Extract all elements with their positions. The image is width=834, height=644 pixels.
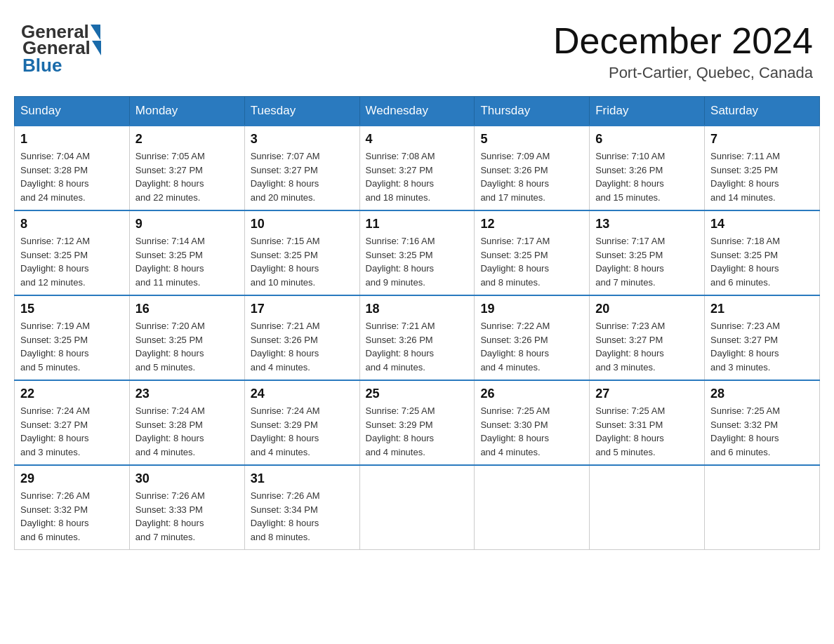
day-info: Sunrise: 7:14 AMSunset: 3:25 PMDaylight:… xyxy=(135,234,239,289)
day-number: 8 xyxy=(20,217,124,232)
day-number: 6 xyxy=(595,132,699,147)
col-thursday: Thursday xyxy=(475,97,590,126)
table-row: 29Sunrise: 7:26 AMSunset: 3:32 PMDayligh… xyxy=(15,465,130,550)
day-info: Sunrise: 7:09 AMSunset: 3:26 PMDaylight:… xyxy=(480,149,583,204)
day-number: 21 xyxy=(710,302,814,316)
day-number: 24 xyxy=(251,387,354,401)
day-number: 14 xyxy=(710,217,814,232)
day-info: Sunrise: 7:23 AMSunset: 3:27 PMDaylight:… xyxy=(595,319,699,374)
table-row: 31Sunrise: 7:26 AMSunset: 3:34 PMDayligh… xyxy=(244,465,359,550)
day-info: Sunrise: 7:21 AMSunset: 3:26 PMDaylight:… xyxy=(251,319,354,374)
col-sunday: Sunday xyxy=(15,97,130,126)
day-number: 25 xyxy=(366,387,469,401)
table-row xyxy=(359,465,475,550)
table-row: 8Sunrise: 7:12 AMSunset: 3:25 PMDaylight… xyxy=(15,210,130,295)
day-info: Sunrise: 7:08 AMSunset: 3:27 PMDaylight:… xyxy=(366,149,469,204)
day-number: 17 xyxy=(251,302,354,316)
day-number: 28 xyxy=(710,387,814,401)
day-info: Sunrise: 7:24 AMSunset: 3:29 PMDaylight:… xyxy=(251,404,354,459)
calendar-week-row: 29Sunrise: 7:26 AMSunset: 3:32 PMDayligh… xyxy=(15,465,820,550)
day-number: 26 xyxy=(480,387,583,401)
day-number: 12 xyxy=(480,217,583,232)
table-row: 24Sunrise: 7:24 AMSunset: 3:29 PMDayligh… xyxy=(244,380,359,465)
table-row: 16Sunrise: 7:20 AMSunset: 3:25 PMDayligh… xyxy=(129,295,244,380)
day-info: Sunrise: 7:25 AMSunset: 3:29 PMDaylight:… xyxy=(366,404,469,459)
day-info: Sunrise: 7:05 AMSunset: 3:27 PMDaylight:… xyxy=(135,149,239,204)
table-row: 25Sunrise: 7:25 AMSunset: 3:29 PMDayligh… xyxy=(359,380,475,465)
calendar-week-row: 8Sunrise: 7:12 AMSunset: 3:25 PMDaylight… xyxy=(15,210,820,295)
day-info: Sunrise: 7:25 AMSunset: 3:30 PMDaylight:… xyxy=(480,404,583,459)
table-row: 18Sunrise: 7:21 AMSunset: 3:26 PMDayligh… xyxy=(359,295,475,380)
table-row: 6Sunrise: 7:10 AMSunset: 3:26 PMDaylight… xyxy=(590,126,705,210)
calendar-week-row: 1Sunrise: 7:04 AMSunset: 3:28 PMDaylight… xyxy=(15,126,820,210)
table-row xyxy=(705,465,820,550)
table-row: 2Sunrise: 7:05 AMSunset: 3:27 PMDaylight… xyxy=(129,126,244,210)
day-number: 23 xyxy=(135,387,239,401)
table-row: 27Sunrise: 7:25 AMSunset: 3:31 PMDayligh… xyxy=(590,380,705,465)
day-number: 20 xyxy=(595,302,699,316)
table-row: 23Sunrise: 7:24 AMSunset: 3:28 PMDayligh… xyxy=(129,380,244,465)
table-row: 12Sunrise: 7:17 AMSunset: 3:25 PMDayligh… xyxy=(475,210,590,295)
calendar-week-row: 15Sunrise: 7:19 AMSunset: 3:25 PMDayligh… xyxy=(15,295,820,380)
table-row: 11Sunrise: 7:16 AMSunset: 3:25 PMDayligh… xyxy=(359,210,475,295)
day-info: Sunrise: 7:04 AMSunset: 3:28 PMDaylight:… xyxy=(20,149,124,204)
table-row: 13Sunrise: 7:17 AMSunset: 3:25 PMDayligh… xyxy=(590,210,705,295)
col-tuesday: Tuesday xyxy=(244,97,359,126)
calendar-header-row: Sunday Monday Tuesday Wednesday Thursday… xyxy=(15,97,820,126)
table-row: 7Sunrise: 7:11 AMSunset: 3:25 PMDaylight… xyxy=(705,126,820,210)
table-row: 19Sunrise: 7:22 AMSunset: 3:26 PMDayligh… xyxy=(475,295,590,380)
day-info: Sunrise: 7:25 AMSunset: 3:32 PMDaylight:… xyxy=(710,404,814,459)
logo-blue-text: Blue xyxy=(22,55,62,76)
day-info: Sunrise: 7:26 AMSunset: 3:33 PMDaylight:… xyxy=(135,489,239,544)
table-row: 5Sunrise: 7:09 AMSunset: 3:26 PMDaylight… xyxy=(475,126,590,210)
day-number: 11 xyxy=(366,217,469,232)
table-row: 4Sunrise: 7:08 AMSunset: 3:27 PMDaylight… xyxy=(359,126,475,210)
table-row: 17Sunrise: 7:21 AMSunset: 3:26 PMDayligh… xyxy=(244,295,359,380)
day-number: 16 xyxy=(135,302,239,316)
table-row: 28Sunrise: 7:25 AMSunset: 3:32 PMDayligh… xyxy=(705,380,820,465)
day-info: Sunrise: 7:12 AMSunset: 3:25 PMDaylight:… xyxy=(20,234,124,289)
day-info: Sunrise: 7:07 AMSunset: 3:27 PMDaylight:… xyxy=(251,149,354,204)
location-title: Port-Cartier, Quebec, Canada xyxy=(553,64,813,82)
day-number: 31 xyxy=(251,471,354,486)
day-info: Sunrise: 7:23 AMSunset: 3:27 PMDaylight:… xyxy=(710,319,814,374)
table-row: 1Sunrise: 7:04 AMSunset: 3:28 PMDaylight… xyxy=(15,126,130,210)
table-row: 30Sunrise: 7:26 AMSunset: 3:33 PMDayligh… xyxy=(129,465,244,550)
col-saturday: Saturday xyxy=(705,97,820,126)
day-number: 19 xyxy=(480,302,583,316)
day-number: 10 xyxy=(251,217,354,232)
table-row: 10Sunrise: 7:15 AMSunset: 3:25 PMDayligh… xyxy=(244,210,359,295)
col-friday: Friday xyxy=(590,97,705,126)
day-number: 13 xyxy=(595,217,699,232)
day-info: Sunrise: 7:24 AMSunset: 3:28 PMDaylight:… xyxy=(135,404,239,459)
table-row xyxy=(590,465,705,550)
table-row: 22Sunrise: 7:24 AMSunset: 3:27 PMDayligh… xyxy=(15,380,130,465)
day-info: Sunrise: 7:22 AMSunset: 3:26 PMDaylight:… xyxy=(480,319,583,374)
day-info: Sunrise: 7:10 AMSunset: 3:26 PMDaylight:… xyxy=(595,149,699,204)
day-number: 22 xyxy=(20,387,124,401)
day-number: 5 xyxy=(480,132,583,147)
day-number: 2 xyxy=(135,132,239,147)
table-row: 9Sunrise: 7:14 AMSunset: 3:25 PMDaylight… xyxy=(129,210,244,295)
title-section: December 2024 Port-Cartier, Quebec, Cana… xyxy=(553,21,813,82)
table-row: 21Sunrise: 7:23 AMSunset: 3:27 PMDayligh… xyxy=(705,295,820,380)
table-row: 3Sunrise: 7:07 AMSunset: 3:27 PMDaylight… xyxy=(244,126,359,210)
logo: General General Blue xyxy=(21,21,102,76)
day-number: 18 xyxy=(366,302,469,316)
day-info: Sunrise: 7:20 AMSunset: 3:25 PMDaylight:… xyxy=(135,319,239,374)
col-monday: Monday xyxy=(129,97,244,126)
logo-triangle-icon xyxy=(92,41,101,55)
calendar-table: Sunday Monday Tuesday Wednesday Thursday… xyxy=(14,96,820,550)
table-row: 14Sunrise: 7:18 AMSunset: 3:25 PMDayligh… xyxy=(705,210,820,295)
day-number: 3 xyxy=(251,132,354,147)
day-number: 7 xyxy=(710,132,814,147)
page-header: General General Blue December 2024 Port-… xyxy=(14,14,820,82)
day-info: Sunrise: 7:17 AMSunset: 3:25 PMDaylight:… xyxy=(480,234,583,289)
col-wednesday: Wednesday xyxy=(359,97,475,126)
day-number: 29 xyxy=(20,471,124,486)
day-number: 9 xyxy=(135,217,239,232)
day-info: Sunrise: 7:17 AMSunset: 3:25 PMDaylight:… xyxy=(595,234,699,289)
table-row: 20Sunrise: 7:23 AMSunset: 3:27 PMDayligh… xyxy=(590,295,705,380)
month-title: December 2024 xyxy=(553,21,813,61)
table-row: 15Sunrise: 7:19 AMSunset: 3:25 PMDayligh… xyxy=(15,295,130,380)
